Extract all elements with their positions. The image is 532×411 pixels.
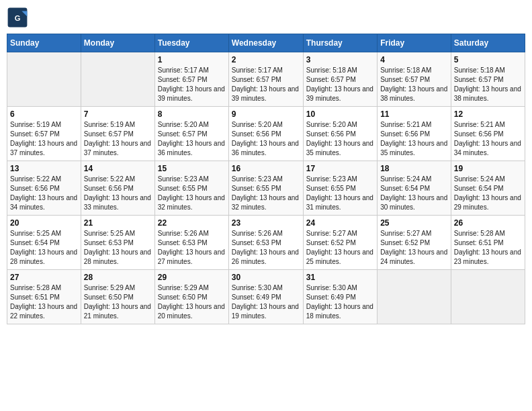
day-number: 15 bbox=[158, 164, 226, 173]
day-info: Sunrise: 5:23 AMSunset: 6:55 PMDaylight:… bbox=[306, 175, 374, 212]
day-cell: 21Sunrise: 5:25 AMSunset: 6:53 PMDayligh… bbox=[81, 216, 154, 270]
day-number: 17 bbox=[306, 164, 374, 173]
day-number: 18 bbox=[380, 164, 448, 173]
day-info: Sunrise: 5:18 AMSunset: 6:57 PMDaylight:… bbox=[454, 66, 522, 103]
day-cell: 24Sunrise: 5:27 AMSunset: 6:52 PMDayligh… bbox=[303, 216, 377, 270]
day-cell: 22Sunrise: 5:26 AMSunset: 6:53 PMDayligh… bbox=[154, 216, 228, 270]
day-info: Sunrise: 5:22 AMSunset: 6:56 PMDaylight:… bbox=[84, 175, 152, 212]
svg-text:G: G bbox=[15, 14, 21, 22]
day-number: 1 bbox=[158, 55, 226, 64]
column-header-tuesday: Tuesday bbox=[154, 34, 228, 52]
day-cell: 9Sunrise: 5:20 AMSunset: 6:56 PMDaylight… bbox=[228, 107, 303, 161]
day-info: Sunrise: 5:21 AMSunset: 6:56 PMDaylight:… bbox=[380, 120, 448, 158]
day-info: Sunrise: 5:23 AMSunset: 6:55 PMDaylight:… bbox=[158, 175, 226, 212]
day-info: Sunrise: 5:30 AMSunset: 6:49 PMDaylight:… bbox=[306, 283, 374, 321]
day-number: 9 bbox=[232, 109, 300, 119]
day-info: Sunrise: 5:25 AMSunset: 6:54 PMDaylight:… bbox=[10, 229, 78, 267]
day-info: Sunrise: 5:29 AMSunset: 6:50 PMDaylight:… bbox=[84, 283, 152, 321]
day-info: Sunrise: 5:19 AMSunset: 6:57 PMDaylight:… bbox=[10, 120, 78, 158]
day-cell: 17Sunrise: 5:23 AMSunset: 6:55 PMDayligh… bbox=[303, 161, 377, 216]
day-cell: 30Sunrise: 5:30 AMSunset: 6:49 PMDayligh… bbox=[228, 270, 303, 324]
column-header-thursday: Thursday bbox=[303, 34, 377, 52]
day-cell: 12Sunrise: 5:21 AMSunset: 6:56 PMDayligh… bbox=[451, 107, 525, 161]
day-number: 29 bbox=[158, 273, 226, 282]
day-number: 6 bbox=[10, 109, 78, 119]
day-info: Sunrise: 5:27 AMSunset: 6:52 PMDaylight:… bbox=[306, 229, 374, 267]
day-number: 20 bbox=[10, 218, 78, 228]
day-info: Sunrise: 5:30 AMSunset: 6:49 PMDaylight:… bbox=[232, 283, 300, 321]
calendar-table: SundayMondayTuesdayWednesdayThursdayFrid… bbox=[7, 34, 525, 324]
day-cell: 18Sunrise: 5:24 AMSunset: 6:54 PMDayligh… bbox=[378, 161, 451, 216]
day-number: 27 bbox=[10, 273, 78, 282]
day-cell: 5Sunrise: 5:18 AMSunset: 6:57 PMDaylight… bbox=[451, 52, 525, 107]
day-cell: 16Sunrise: 5:23 AMSunset: 6:55 PMDayligh… bbox=[228, 161, 303, 216]
day-info: Sunrise: 5:24 AMSunset: 6:54 PMDaylight:… bbox=[454, 175, 522, 212]
day-info: Sunrise: 5:23 AMSunset: 6:55 PMDaylight:… bbox=[232, 175, 300, 212]
day-number: 22 bbox=[158, 218, 226, 228]
day-info: Sunrise: 5:27 AMSunset: 6:52 PMDaylight:… bbox=[380, 229, 448, 267]
logo: G bbox=[7, 7, 31, 28]
day-cell: 10Sunrise: 5:20 AMSunset: 6:56 PMDayligh… bbox=[303, 107, 377, 161]
week-row-1: 1Sunrise: 5:17 AMSunset: 6:57 PMDaylight… bbox=[7, 52, 525, 107]
day-number: 11 bbox=[380, 109, 448, 119]
week-row-3: 13Sunrise: 5:22 AMSunset: 6:56 PMDayligh… bbox=[7, 161, 525, 216]
day-info: Sunrise: 5:19 AMSunset: 6:57 PMDaylight:… bbox=[84, 120, 152, 158]
day-cell: 20Sunrise: 5:25 AMSunset: 6:54 PMDayligh… bbox=[7, 216, 81, 270]
day-cell: 15Sunrise: 5:23 AMSunset: 6:55 PMDayligh… bbox=[154, 161, 228, 216]
day-info: Sunrise: 5:17 AMSunset: 6:57 PMDaylight:… bbox=[232, 66, 300, 103]
day-cell: 7Sunrise: 5:19 AMSunset: 6:57 PMDaylight… bbox=[81, 107, 154, 161]
day-number: 7 bbox=[84, 109, 152, 119]
day-cell: 14Sunrise: 5:22 AMSunset: 6:56 PMDayligh… bbox=[81, 161, 154, 216]
day-cell: 25Sunrise: 5:27 AMSunset: 6:52 PMDayligh… bbox=[378, 216, 451, 270]
day-cell bbox=[81, 52, 154, 107]
day-number: 26 bbox=[454, 218, 522, 228]
day-number: 12 bbox=[454, 109, 522, 119]
day-info: Sunrise: 5:20 AMSunset: 6:56 PMDaylight:… bbox=[232, 120, 300, 158]
day-cell: 3Sunrise: 5:18 AMSunset: 6:57 PMDaylight… bbox=[303, 52, 377, 107]
day-info: Sunrise: 5:28 AMSunset: 6:51 PMDaylight:… bbox=[10, 283, 78, 321]
day-info: Sunrise: 5:17 AMSunset: 6:57 PMDaylight:… bbox=[158, 66, 226, 103]
column-header-friday: Friday bbox=[378, 34, 451, 52]
day-cell: 26Sunrise: 5:28 AMSunset: 6:51 PMDayligh… bbox=[451, 216, 525, 270]
day-number: 8 bbox=[158, 109, 226, 119]
page-header: G bbox=[7, 7, 525, 28]
day-info: Sunrise: 5:24 AMSunset: 6:54 PMDaylight:… bbox=[380, 175, 448, 212]
day-info: Sunrise: 5:18 AMSunset: 6:57 PMDaylight:… bbox=[306, 66, 374, 103]
column-header-monday: Monday bbox=[81, 34, 154, 52]
day-cell: 6Sunrise: 5:19 AMSunset: 6:57 PMDaylight… bbox=[7, 107, 81, 161]
column-header-sunday: Sunday bbox=[7, 34, 81, 52]
day-number: 25 bbox=[380, 218, 448, 228]
day-cell: 2Sunrise: 5:17 AMSunset: 6:57 PMDaylight… bbox=[228, 52, 303, 107]
day-cell: 8Sunrise: 5:20 AMSunset: 6:57 PMDaylight… bbox=[154, 107, 228, 161]
day-number: 21 bbox=[84, 218, 152, 228]
day-info: Sunrise: 5:25 AMSunset: 6:53 PMDaylight:… bbox=[84, 229, 152, 267]
day-number: 3 bbox=[306, 55, 374, 64]
day-cell: 19Sunrise: 5:24 AMSunset: 6:54 PMDayligh… bbox=[451, 161, 525, 216]
day-cell: 31Sunrise: 5:30 AMSunset: 6:49 PMDayligh… bbox=[303, 270, 377, 324]
day-info: Sunrise: 5:21 AMSunset: 6:56 PMDaylight:… bbox=[454, 120, 522, 158]
day-info: Sunrise: 5:29 AMSunset: 6:50 PMDaylight:… bbox=[158, 283, 226, 321]
day-cell: 11Sunrise: 5:21 AMSunset: 6:56 PMDayligh… bbox=[378, 107, 451, 161]
day-number: 4 bbox=[380, 55, 448, 64]
day-number: 24 bbox=[306, 218, 374, 228]
day-number: 30 bbox=[232, 273, 300, 282]
day-cell bbox=[451, 270, 525, 324]
column-header-wednesday: Wednesday bbox=[228, 34, 303, 52]
day-info: Sunrise: 5:20 AMSunset: 6:57 PMDaylight:… bbox=[158, 120, 226, 158]
day-number: 31 bbox=[306, 273, 374, 282]
day-number: 16 bbox=[232, 164, 300, 173]
day-cell bbox=[378, 270, 451, 324]
day-info: Sunrise: 5:20 AMSunset: 6:56 PMDaylight:… bbox=[306, 120, 374, 158]
day-cell: 23Sunrise: 5:26 AMSunset: 6:53 PMDayligh… bbox=[228, 216, 303, 270]
day-cell: 28Sunrise: 5:29 AMSunset: 6:50 PMDayligh… bbox=[81, 270, 154, 324]
day-number: 23 bbox=[232, 218, 300, 228]
day-number: 13 bbox=[10, 164, 78, 173]
day-info: Sunrise: 5:28 AMSunset: 6:51 PMDaylight:… bbox=[454, 229, 522, 267]
day-number: 2 bbox=[232, 55, 300, 64]
day-info: Sunrise: 5:26 AMSunset: 6:53 PMDaylight:… bbox=[158, 229, 226, 267]
week-row-4: 20Sunrise: 5:25 AMSunset: 6:54 PMDayligh… bbox=[7, 216, 525, 270]
day-number: 14 bbox=[84, 164, 152, 173]
day-number: 10 bbox=[306, 109, 374, 119]
day-cell: 29Sunrise: 5:29 AMSunset: 6:50 PMDayligh… bbox=[154, 270, 228, 324]
day-cell: 1Sunrise: 5:17 AMSunset: 6:57 PMDaylight… bbox=[154, 52, 228, 107]
